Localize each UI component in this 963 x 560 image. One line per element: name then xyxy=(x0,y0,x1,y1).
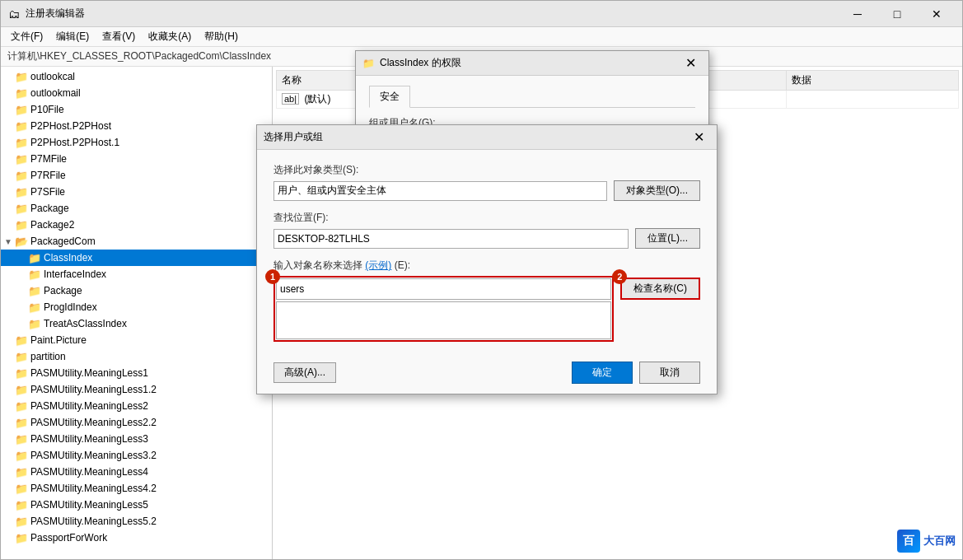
tree-item-pasm4[interactable]: 📁 PASMUtility.MeaningLess4 xyxy=(1,464,272,480)
tree-item-packagedcom[interactable]: ▼ 📂 PackagedCom xyxy=(1,233,272,250)
tree-item-interfaceindex[interactable]: 📁 InterfaceIndex xyxy=(1,266,272,282)
enter-names-container: 1 2 检查名称(C) xyxy=(273,276,700,342)
tree-label: PASMUtility.MeaningLess2 xyxy=(30,400,148,412)
tree-item-package2[interactable]: 📁 Package2 xyxy=(1,217,272,233)
tree-item-p2phost1[interactable]: 📁 P2PHost.P2PHost.1 xyxy=(1,134,272,151)
tree-label: PASMUtility.MeaningLess3 xyxy=(30,433,148,445)
tree-item-package[interactable]: 📁 Package xyxy=(1,200,272,217)
folder-icon: 📁 xyxy=(15,351,28,363)
tree-item-p2phost[interactable]: 📁 P2PHost.P2PHost xyxy=(1,118,272,134)
tree-label: P2PHost.P2PHost.1 xyxy=(30,137,119,148)
menu-file[interactable]: 文件(F) xyxy=(4,28,49,45)
tree-label: ClassIndex xyxy=(44,252,92,264)
tree-label: PassportForWork xyxy=(30,532,107,544)
tree-item-pasm22[interactable]: 📁 PASMUtility.MeaningLess2.2 xyxy=(1,414,272,431)
watermark-text: 大百网 xyxy=(923,534,956,548)
main-title: 注册表编辑器 xyxy=(26,7,834,21)
tree-item-pasm32[interactable]: 📁 PASMUtility.MeaningLess3.2 xyxy=(1,447,272,464)
tree-item-p7rfile[interactable]: 📁 P7RFile xyxy=(1,167,272,184)
object-type-button[interactable]: 对象类型(O)... xyxy=(614,180,700,201)
location-input[interactable] xyxy=(273,229,629,249)
tree-item-partition[interactable]: 📁 partition xyxy=(1,348,272,365)
enter-label-row: 输入对象名称来选择 (示例) (E): xyxy=(273,259,700,273)
folder-icon: 📁 xyxy=(15,367,28,380)
select-user-cancel-button[interactable]: 取消 xyxy=(639,362,700,384)
folder-icon: 📁 xyxy=(15,186,28,198)
row-name-label: (默认) xyxy=(304,93,330,105)
tree-item-package-child[interactable]: 📁 Package xyxy=(1,282,272,299)
tree-label: PASMUtility.MeaningLess1 xyxy=(30,367,148,379)
footer-left-buttons: 高级(A)... xyxy=(273,362,336,383)
tree-item-paintpicture[interactable]: 📁 Paint.Picture xyxy=(1,332,272,348)
folder-icon: 📁 xyxy=(28,301,41,314)
tree-item-treatasclassindex[interactable]: 📁 TreatAsClassIndex xyxy=(1,315,272,332)
tree-label: PASMUtility.MeaningLess5.2 xyxy=(30,516,157,527)
menu-edit[interactable]: 编辑(E) xyxy=(49,28,96,45)
check-btn-wrapper: 2 检查名称(C) xyxy=(620,276,700,300)
names-input[interactable] xyxy=(276,278,611,300)
menu-favorites[interactable]: 收藏夹(A) xyxy=(142,28,198,45)
maximize-button[interactable]: □ xyxy=(878,2,916,26)
object-type-label: 选择此对象类型(S): xyxy=(273,163,700,177)
menu-view[interactable]: 查看(V) xyxy=(96,28,142,45)
tree-item-pasm5[interactable]: 📁 PASMUtility.MeaningLess5 xyxy=(1,497,272,513)
check-names-button[interactable]: 检查名称(C) xyxy=(620,278,700,300)
enter-suffix: (E): xyxy=(395,259,410,271)
tree-label: Package2 xyxy=(30,219,74,231)
location-button[interactable]: 位置(L)... xyxy=(635,228,700,249)
folder-icon: 📁 xyxy=(15,499,28,511)
tree-label: PASMUtility.MeaningLess5 xyxy=(30,499,148,511)
object-type-row: 对象类型(O)... xyxy=(273,180,700,201)
tree-label: P10File xyxy=(30,104,64,115)
folder-icon: 📁 xyxy=(15,153,28,166)
tree-item-classindex[interactable]: 📁 ClassIndex xyxy=(1,250,272,266)
advanced-button[interactable]: 高级(A)... xyxy=(273,362,336,383)
main-window: 🗂 注册表编辑器 ─ □ ✕ 文件(F) 编辑(E) 查看(V) 收藏夹(A) … xyxy=(0,0,963,560)
folder-icon: 📁 xyxy=(15,71,28,83)
enter-names-label: 输入对象名称来选择 xyxy=(273,259,362,271)
folder-icon: 📁 xyxy=(15,450,28,462)
tree-item-pasm3[interactable]: 📁 PASMUtility.MeaningLess3 xyxy=(1,431,272,447)
tree-item-pasm42[interactable]: 📁 PASMUtility.MeaningLess4.2 xyxy=(1,480,272,497)
select-user-close-button[interactable]: ✕ xyxy=(687,128,710,147)
tree-label: PASMUtility.MeaningLess1.2 xyxy=(30,384,157,395)
folder-icon: 📁 xyxy=(28,318,41,330)
tree-item-outlookmail[interactable]: 📁 outlookmail xyxy=(1,85,272,101)
location-row: 位置(L)... xyxy=(273,228,700,249)
example-link[interactable]: (示例) xyxy=(365,259,391,271)
select-user-ok-button[interactable]: 确定 xyxy=(572,362,633,384)
tree-item-pasm1[interactable]: 📁 PASMUtility.MeaningLess1 xyxy=(1,365,272,381)
address-label: 计算机\HKEY_CLASSES_ROOT\PackagedCom\ClassI… xyxy=(7,49,271,63)
tree-label: PASMUtility.MeaningLess2.2 xyxy=(30,417,157,428)
input-wrapper: 1 xyxy=(273,276,614,342)
tree-item-pasm12[interactable]: 📁 PASMUtility.MeaningLess1.2 xyxy=(1,381,272,398)
select-user-title-bar: 选择用户或组 ✕ xyxy=(257,125,717,150)
tree-label: TreatAsClassIndex xyxy=(44,318,127,329)
tree-item-pasm52[interactable]: 📁 PASMUtility.MeaningLess5.2 xyxy=(1,513,272,530)
permissions-tab-bar: 安全 xyxy=(369,86,695,108)
object-type-input[interactable] xyxy=(273,181,607,201)
close-button[interactable]: ✕ xyxy=(918,2,956,26)
tree-item-pasm2[interactable]: 📁 PASMUtility.MeaningLess2 xyxy=(1,398,272,414)
folder-icon: 📁 xyxy=(28,285,41,297)
folder-icon: 📁 xyxy=(15,384,28,396)
folder-icon: 📁 xyxy=(15,466,28,478)
permissions-close-button[interactable]: ✕ xyxy=(679,54,702,73)
badge-1: 1 xyxy=(265,269,280,284)
folder-icon: 📁 xyxy=(15,219,28,231)
tree-item-p7mfile[interactable]: 📁 P7MFile xyxy=(1,151,272,167)
names-textarea-area xyxy=(276,301,611,339)
menu-help[interactable]: 帮助(H) xyxy=(198,28,245,45)
tree-item-p10file[interactable]: 📁 P10File xyxy=(1,101,272,118)
tree-item-outlookcal[interactable]: 📁 outlookcal xyxy=(1,68,272,85)
tree-item-progidindex[interactable]: 📁 ProgIdIndex xyxy=(1,299,272,315)
tab-security[interactable]: 安全 xyxy=(369,86,410,108)
folder-icon: 📁 xyxy=(15,170,28,182)
tree-label: PASMUtility.MeaningLess3.2 xyxy=(30,450,157,461)
folder-icon: 📁 xyxy=(15,137,28,149)
tree-item-passportforwork[interactable]: 📁 PassportForWork xyxy=(1,530,272,546)
tree-item-p7sfile[interactable]: 📁 P7SFile xyxy=(1,184,272,200)
minimize-button[interactable]: ─ xyxy=(839,2,877,26)
tree-label: Package xyxy=(30,203,69,214)
tree-label: PackagedCom xyxy=(30,236,96,247)
